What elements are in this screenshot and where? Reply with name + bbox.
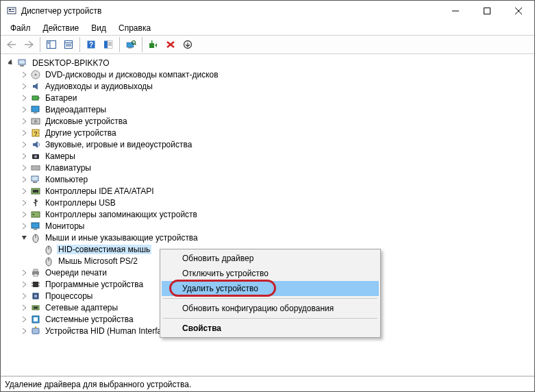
svg-rect-36 xyxy=(32,96,38,100)
hdd-icon xyxy=(30,116,41,127)
help-button[interactable]: ? xyxy=(83,36,99,53)
svg-rect-49 xyxy=(32,176,38,181)
mouse-icon xyxy=(30,232,41,243)
device-tree-container[interactable]: DESKTOP-BPIKK7O DVD-дисководы и дисковод… xyxy=(1,54,534,376)
update-driver-button[interactable] xyxy=(145,36,162,53)
tree-category[interactable]: Мониторы xyxy=(18,220,534,232)
category-label: Мониторы xyxy=(44,221,86,231)
svg-point-56 xyxy=(33,214,34,215)
expand-icon[interactable] xyxy=(19,302,30,313)
ctx-separator xyxy=(163,298,377,299)
ctx-disable-device[interactable]: Отключить устройство xyxy=(162,266,379,281)
ctx-scan-hardware[interactable]: Обновить конфигурацию оборудования xyxy=(162,301,379,316)
menu-view[interactable]: Вид xyxy=(86,22,112,34)
tree-category[interactable]: Дисковые устройства xyxy=(18,115,534,127)
expand-icon[interactable] xyxy=(19,104,30,115)
toolbar-separator xyxy=(79,37,80,52)
svg-rect-58 xyxy=(34,229,37,230)
expand-icon[interactable] xyxy=(19,291,30,302)
expand-icon[interactable] xyxy=(19,116,30,127)
expand-icon[interactable] xyxy=(19,139,30,150)
scan-hardware-button[interactable] xyxy=(123,36,139,53)
menu-help[interactable]: Справка xyxy=(113,22,156,34)
expand-icon[interactable] xyxy=(19,127,30,138)
expand-icon[interactable] xyxy=(19,314,30,325)
disc-icon xyxy=(30,69,41,80)
tree-category[interactable]: ?Другие устройства xyxy=(18,127,534,138)
expand-icon[interactable] xyxy=(19,151,30,162)
legacy-help-button[interactable] xyxy=(100,36,116,53)
category-label: Видеоадаптеры xyxy=(44,105,108,114)
properties-button[interactable] xyxy=(60,36,77,53)
category-label: Системные устройства xyxy=(44,315,135,324)
hid-icon xyxy=(30,326,41,336)
collapse-icon[interactable] xyxy=(6,58,17,69)
expand-icon[interactable] xyxy=(19,93,30,103)
chip-icon xyxy=(30,279,41,290)
svg-rect-78 xyxy=(34,317,38,321)
svg-rect-28 xyxy=(151,40,153,43)
expand-icon[interactable] xyxy=(19,69,30,80)
menu-action[interactable]: Действие xyxy=(38,22,85,34)
menu-file[interactable]: Файл xyxy=(5,22,36,34)
root-label: DESKTOP-BPIKK7O xyxy=(31,58,110,68)
svg-rect-68 xyxy=(33,282,38,287)
svg-rect-27 xyxy=(149,43,154,48)
ctx-delete-device[interactable]: Удалить устройство xyxy=(162,281,379,296)
category-label: Компьютер xyxy=(44,175,89,184)
expand-icon[interactable] xyxy=(19,174,30,185)
category-label: Клавиатуры xyxy=(44,163,92,173)
keyboard-icon xyxy=(30,162,41,173)
collapse-icon[interactable] xyxy=(19,232,30,243)
display-icon xyxy=(30,104,41,115)
computer-icon xyxy=(30,174,41,185)
tree-category[interactable]: Камеры xyxy=(18,150,534,162)
tree-category[interactable]: Звуковые, игровые и видеоустройства xyxy=(18,138,534,150)
tree-root[interactable]: DESKTOP-BPIKK7O xyxy=(5,57,534,69)
expand-icon[interactable] xyxy=(19,186,30,197)
expand-icon[interactable] xyxy=(19,197,30,208)
forward-button[interactable] xyxy=(21,36,37,53)
ide-icon xyxy=(30,186,41,197)
category-label: Другие устройства xyxy=(44,128,118,138)
tree-category[interactable]: Батареи xyxy=(18,92,534,103)
svg-rect-24 xyxy=(128,47,132,49)
category-label: Контроллеры запоминающих устройств xyxy=(44,210,199,219)
tree-category[interactable]: Контроллеры запоминающих устройств xyxy=(18,208,534,220)
svg-rect-33 xyxy=(20,65,24,66)
show-hide-tree-button[interactable] xyxy=(43,36,60,53)
tree-category[interactable]: Контроллеры IDE ATA/ATAPI xyxy=(18,185,534,197)
tree-category[interactable]: Мыши и иные указывающие устройства xyxy=(18,232,534,243)
maximize-button[interactable] xyxy=(471,1,503,21)
svg-rect-39 xyxy=(34,112,37,114)
back-button[interactable] xyxy=(3,36,20,53)
minimize-button[interactable] xyxy=(440,1,471,21)
system-icon xyxy=(30,314,41,325)
toolbar-separator xyxy=(40,37,40,52)
expand-icon[interactable] xyxy=(19,221,30,232)
storage-icon xyxy=(30,209,41,220)
app-icon xyxy=(6,5,17,16)
expand-icon[interactable] xyxy=(19,267,30,278)
uninstall-button[interactable] xyxy=(162,36,179,53)
tree-category[interactable]: DVD-дисководы и дисководы компакт-дисков xyxy=(18,69,534,80)
disable-button[interactable] xyxy=(179,36,196,53)
expand-icon[interactable] xyxy=(19,326,30,336)
tree-category[interactable]: Контроллеры USB xyxy=(18,197,534,208)
svg-text:?: ? xyxy=(34,130,37,137)
tree-category[interactable]: Клавиатуры xyxy=(18,162,534,173)
expand-icon[interactable] xyxy=(19,162,30,173)
expand-icon[interactable] xyxy=(19,279,30,290)
tree-category[interactable]: Аудиовходы и аудиовыходы xyxy=(18,80,534,92)
tree-category[interactable]: Видеоадаптеры xyxy=(18,103,534,115)
ctx-update-driver[interactable]: Обновить драйвер xyxy=(162,251,379,266)
svg-point-41 xyxy=(34,119,38,123)
svg-rect-18 xyxy=(104,41,108,49)
expand-icon[interactable] xyxy=(19,81,30,92)
tree-category[interactable]: Компьютер xyxy=(18,173,534,185)
close-button[interactable] xyxy=(503,1,534,21)
svg-rect-50 xyxy=(33,182,37,183)
svg-rect-74 xyxy=(34,295,37,297)
expand-icon[interactable] xyxy=(19,209,30,220)
ctx-properties[interactable]: Свойства xyxy=(162,321,379,336)
